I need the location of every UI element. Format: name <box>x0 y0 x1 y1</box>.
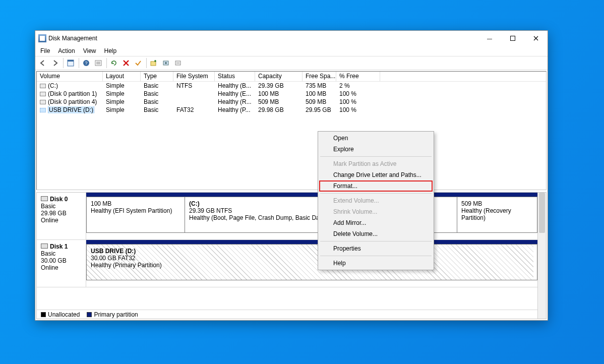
attach-vhd-button[interactable] <box>160 57 171 69</box>
cell: Simple <box>103 98 141 105</box>
attach-icon <box>162 59 169 67</box>
back-button[interactable] <box>37 57 48 69</box>
col-status[interactable]: Status <box>215 72 255 81</box>
scrollbar-thumb[interactable] <box>539 193 545 233</box>
refresh-button[interactable] <box>108 57 119 69</box>
back-arrow-icon <box>39 59 46 67</box>
disk-bar: 100 MBHealthy (EFI System Partition)(C:)… <box>86 193 537 239</box>
cell: USB DRIVE (D:) <box>37 106 103 113</box>
vertical-scrollbar[interactable] <box>537 193 546 319</box>
cell: Healthy (P... <box>215 106 255 113</box>
maximize-button[interactable] <box>501 31 524 46</box>
titlebar[interactable]: Disk Management — <box>35 31 548 46</box>
cell: Simple <box>103 90 141 97</box>
cell: 100 MB <box>255 90 303 97</box>
legend: Unallocated Primary partition <box>37 310 537 319</box>
cell: (Disk 0 partition 1) <box>37 90 103 97</box>
col-volume[interactable]: Volume <box>37 72 103 81</box>
legend-primary: Primary partition <box>87 311 138 318</box>
minimize-button[interactable]: — <box>478 31 501 46</box>
menubar: File Action View Help <box>35 46 548 56</box>
close-button[interactable] <box>524 31 548 46</box>
volume-row[interactable]: (Disk 0 partition 4)SimpleBasicHealthy (… <box>37 98 546 106</box>
menu-item-format[interactable]: Format... <box>319 180 433 192</box>
partition-size: 30.00 GB FAT32 <box>91 255 529 262</box>
partition-name: USB DRIVE (D:) <box>91 248 529 255</box>
help-icon: ? <box>83 59 90 67</box>
svg-rect-9 <box>151 62 156 66</box>
disk-label-panel[interactable]: Disk 0Basic29.98 GBOnline <box>37 193 86 239</box>
menu-action[interactable]: Action <box>54 46 79 55</box>
forward-button[interactable] <box>49 57 61 69</box>
detach-icon <box>174 59 182 67</box>
column-headers: Volume Layout Type File System Status Ca… <box>37 72 546 82</box>
col-spacer <box>380 72 546 81</box>
volume-row[interactable]: USB DRIVE (D:)SimpleBasicFAT32Healthy (P… <box>37 106 546 114</box>
close-icon <box>533 36 538 41</box>
help-button[interactable]: ? <box>81 57 92 69</box>
properties-button[interactable] <box>93 57 104 69</box>
menu-item-help[interactable]: Help <box>319 258 433 269</box>
forward-arrow-icon <box>51 59 58 67</box>
menu-item-explore[interactable]: Explore <box>319 144 433 155</box>
volume-rows: (C:)SimpleBasicNTFSHealthy (B...29.39 GB… <box>37 82 546 177</box>
col-capacity[interactable]: Capacity <box>255 72 303 81</box>
context-menu[interactable]: OpenExploreMark Partition as ActiveChang… <box>318 131 434 270</box>
cell: 100 % <box>336 98 380 105</box>
window-title: Disk Management <box>48 35 97 42</box>
partition[interactable]: 509 MBHealthy (Recovery Partition) <box>457 197 533 232</box>
menu-item-extend-volume: Extend Volume... <box>319 195 433 206</box>
cell: Basic <box>141 82 173 89</box>
col-pctfree[interactable]: % Free <box>336 72 380 81</box>
partition[interactable]: USB DRIVE (D:)30.00 GB FAT32Healthy (Pri… <box>87 245 533 280</box>
volume-row[interactable]: (Disk 0 partition 1)SimpleBasicHealthy (… <box>37 90 546 98</box>
disk-name: Disk 1 <box>50 243 68 250</box>
partition-status: Healthy (Primary Partition) <box>91 262 529 269</box>
col-freespace[interactable]: Free Spa... <box>303 72 336 81</box>
commit-button[interactable] <box>133 57 144 69</box>
legend-swatch-primary <box>87 312 92 317</box>
delete-button[interactable] <box>120 57 132 69</box>
svg-point-11 <box>165 62 167 64</box>
partition[interactable]: 100 MBHealthy (EFI System Partition) <box>87 197 185 232</box>
cell: Healthy (R... <box>215 98 255 105</box>
menu-separator <box>320 241 432 241</box>
volume-name: USB DRIVE (D:) <box>48 106 94 113</box>
show-hide-console-button[interactable] <box>65 57 76 69</box>
refresh-icon <box>110 59 117 67</box>
cell: 29.39 GB <box>255 82 303 89</box>
menu-view[interactable]: View <box>79 46 100 55</box>
partition-size: 100 MB <box>91 200 180 207</box>
toolbar: ? <box>35 56 548 70</box>
delete-x-icon <box>123 59 130 67</box>
disk-name: Disk 0 <box>50 196 68 203</box>
partition-group: USB DRIVE (D:)30.00 GB FAT32Healthy (Pri… <box>86 244 537 280</box>
cell: Simple <box>103 82 141 89</box>
volume-name: (C:) <box>48 82 58 89</box>
volume-icon <box>40 108 46 112</box>
disk-row: Disk 1Basic30.00 GBOnlineUSB DRIVE (D:)3… <box>37 240 537 287</box>
menu-help[interactable]: Help <box>100 46 121 55</box>
disk-label-panel[interactable]: Disk 1Basic30.00 GBOnline <box>37 240 86 287</box>
new-disk-icon <box>150 59 157 67</box>
col-layout[interactable]: Layout <box>103 72 141 81</box>
menu-item-delete-volume[interactable]: Delete Volume... <box>319 228 433 239</box>
disk-bar: USB DRIVE (D:)30.00 GB FAT32Healthy (Pri… <box>86 240 537 287</box>
create-vhd-button[interactable] <box>148 57 159 69</box>
disk-kind: Basic <box>41 250 82 257</box>
detach-vhd-button[interactable] <box>172 57 184 69</box>
col-filesystem[interactable]: File System <box>173 72 215 81</box>
menu-item-open[interactable]: Open <box>319 133 433 144</box>
menu-item-mark-partition-as-active: Mark Partition as Active <box>319 158 433 169</box>
svg-text:?: ? <box>85 60 87 66</box>
menu-item-properties[interactable]: Properties <box>319 243 433 254</box>
volume-row[interactable]: (C:)SimpleBasicNTFSHealthy (B...29.39 GB… <box>37 82 546 90</box>
menu-item-add-mirror[interactable]: Add Mirror... <box>319 217 433 228</box>
menu-file[interactable]: File <box>36 46 54 55</box>
volume-icon <box>40 92 46 96</box>
cell: (C:) <box>37 82 103 89</box>
col-type[interactable]: Type <box>141 72 173 81</box>
menu-item-change-drive-letter-and-paths[interactable]: Change Drive Letter and Paths... <box>319 169 433 180</box>
disk-management-window: Disk Management — File Action View Help … <box>35 30 548 321</box>
volume-name: (Disk 0 partition 4) <box>48 98 97 105</box>
